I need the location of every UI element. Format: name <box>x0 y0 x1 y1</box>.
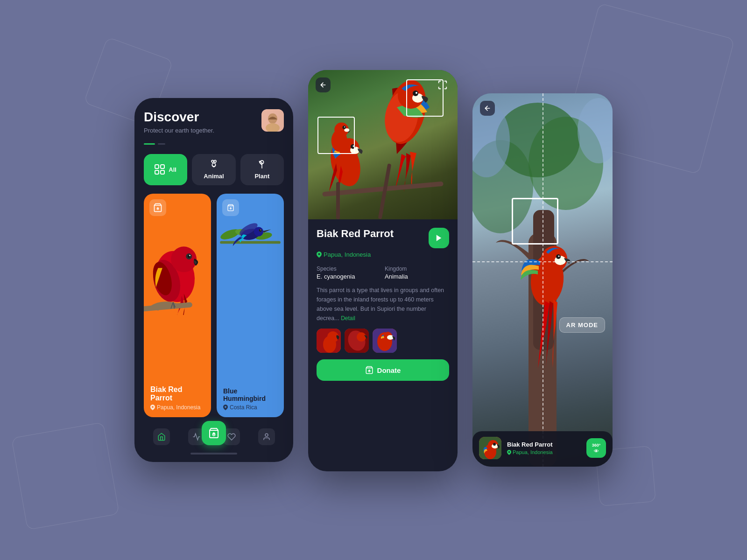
svg-marker-56 <box>437 235 442 241</box>
category-plant[interactable]: Plant <box>240 154 284 185</box>
nav-bottom-bar <box>190 453 237 455</box>
nav-home[interactable] <box>153 428 170 445</box>
hummingbird-illustration <box>217 194 284 268</box>
all-icon <box>155 164 165 175</box>
category-all[interactable]: All <box>144 154 187 185</box>
svg-point-54 <box>344 126 345 127</box>
svg-rect-6 <box>161 170 164 174</box>
kingdom-col: Kingdom Animalia <box>385 266 449 280</box>
svg-point-62 <box>357 332 366 342</box>
card-parrot-name: Biak Red Parrot <box>150 385 204 402</box>
ar-detection-box <box>512 198 558 245</box>
category-all-label: All <box>169 166 176 173</box>
species-col: Species E. cyanogenia <box>317 266 381 280</box>
svg-point-66 <box>387 335 394 340</box>
svg-point-29 <box>254 227 263 236</box>
card-hummingbird-name: Blue Hummingbird <box>223 387 277 402</box>
svg-rect-4 <box>161 165 164 168</box>
detail-back-button[interactable] <box>316 77 331 92</box>
progress-dot-inactive <box>158 143 165 145</box>
kingdom-label: Kingdom <box>385 266 449 272</box>
ar-mode-badge: AR MODE <box>559 317 605 333</box>
svg-point-86 <box>595 450 597 452</box>
nav-person[interactable] <box>258 428 275 445</box>
thumb-3[interactable] <box>373 329 397 353</box>
detail-scan-icon[interactable] <box>435 77 450 92</box>
ar-bird-name: Biak Red Parrot <box>507 441 581 448</box>
kingdom-value: Animalia <box>385 273 449 280</box>
svg-rect-48 <box>336 182 340 219</box>
progress-dot-active <box>144 143 155 145</box>
svg-point-19 <box>189 255 190 256</box>
card-parrot-location: Papua, Indonesia <box>150 404 204 411</box>
play-button[interactable] <box>429 228 449 248</box>
ar-bird-location: Papua, Indonesia <box>507 449 581 455</box>
detail-info: Biak Red Parrot Papua, Indonesia Species… <box>308 219 458 471</box>
svg-point-52 <box>331 130 347 152</box>
ar-bird-thumbnail <box>479 437 501 459</box>
cards-grid: Biak Red Parrot Papua, Indonesia <box>144 194 284 417</box>
avatar[interactable] <box>261 109 284 132</box>
detail-link[interactable]: Detail <box>341 315 355 322</box>
thumbnails-row <box>317 329 449 353</box>
donate-button[interactable]: Donate <box>317 359 449 381</box>
ar-bird-info: Biak Red Parrot Papua, Indonesia <box>507 441 581 455</box>
detail-hero <box>308 70 458 219</box>
ar-vertical-guide <box>543 93 543 467</box>
donate-label: Donate <box>377 366 401 374</box>
detection-box-2 <box>317 117 355 154</box>
bg-decoration-2 <box>11 422 120 530</box>
svg-point-35 <box>265 434 268 436</box>
svg-rect-23 <box>220 241 281 244</box>
svg-point-85 <box>493 443 496 446</box>
bottom-nav <box>144 423 284 449</box>
progress-dots <box>144 143 284 145</box>
plant-icon <box>257 160 267 170</box>
svg-point-16 <box>171 246 197 272</box>
svg-rect-3 <box>155 165 159 168</box>
animal-icon <box>209 160 219 170</box>
svg-point-7 <box>211 160 214 162</box>
thumb-2[interactable] <box>345 329 369 353</box>
discover-title: Discover <box>144 109 214 125</box>
svg-point-32 <box>261 230 261 230</box>
phones-container: Discover Protect our earth together. <box>134 89 613 471</box>
categories-row: All Animal <box>144 154 284 185</box>
discover-header: Discover Protect our earth together. <box>144 109 284 134</box>
ar-bottom-bar: Biak Red Parrot Papua, Indonesia 360° <box>472 431 613 467</box>
card-blue-hummingbird[interactable]: Blue Hummingbird Costa Rica <box>217 194 284 417</box>
phone-ar: AR MODE <box>472 93 613 467</box>
thumb-1[interactable] <box>317 329 341 353</box>
detail-location-text: Papua, Indonesia <box>324 251 371 258</box>
svg-rect-5 <box>155 170 159 174</box>
ar-360-button[interactable]: 360° <box>586 438 606 458</box>
detail-location: Papua, Indonesia <box>317 251 449 258</box>
svg-point-59 <box>323 336 336 353</box>
nav-fab[interactable] <box>202 421 226 445</box>
svg-point-55 <box>344 128 349 132</box>
species-value: E. cyanogenia <box>317 273 381 280</box>
parrot-orange-illustration <box>144 212 211 315</box>
phone-detail: Biak Red Parrot Papua, Indonesia Species… <box>308 70 458 471</box>
species-label: Species <box>317 266 381 272</box>
card-hummingbird-location: Costa Rica <box>223 404 277 411</box>
discover-subtitle: Protect our earth together. <box>144 127 214 134</box>
card-biak-red-parrot[interactable]: Biak Red Parrot Papua, Indonesia <box>144 194 211 417</box>
ar-horizontal-guide <box>472 261 613 262</box>
category-plant-label: Plant <box>254 173 269 180</box>
category-animal[interactable]: Animal <box>192 154 235 185</box>
species-grid: Species E. cyanogenia Kingdom Animalia <box>317 266 449 280</box>
ar-back-button[interactable] <box>480 101 495 116</box>
svg-point-80 <box>558 256 560 257</box>
category-animal-label: Animal <box>204 173 224 180</box>
detail-title: Biak Red Parrot <box>317 228 394 240</box>
svg-point-8 <box>214 160 216 162</box>
detail-description: This parrot is a type that lives in grou… <box>317 286 449 323</box>
phone-discover: Discover Protect our earth together. <box>134 98 293 462</box>
